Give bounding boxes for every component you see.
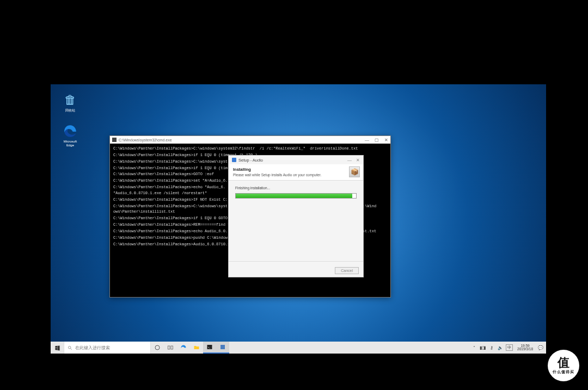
installer-dialog[interactable]: Setup - Audio — ✕ Installing Please wait… <box>228 155 364 277</box>
search-placeholder: 在此键入进行搜索 <box>75 345 110 351</box>
action-center-icon[interactable]: 💬 <box>537 345 544 350</box>
trash-icon: 🗑 <box>63 92 78 108</box>
installer-status: Finishing installation... <box>235 186 357 190</box>
volume-icon[interactable]: 🔈 <box>497 345 504 350</box>
edge-browser-icon[interactable]: Microsoft Edge <box>57 123 83 147</box>
network-icon[interactable]: ⚷ <box>488 345 495 350</box>
recycle-bin-label: 回收站 <box>57 109 83 113</box>
taskbar-buttons: >_ <box>151 342 229 354</box>
progress-fill <box>236 194 352 198</box>
cancel-button[interactable]: Cancel <box>335 267 359 274</box>
cortana-icon[interactable] <box>151 342 164 354</box>
installer-minimize-button[interactable]: — <box>347 158 352 163</box>
progress-bar <box>235 193 357 199</box>
cmd-titlebar[interactable]: C:\Windows\system32\cmd.exe — ▢ ✕ <box>110 136 390 144</box>
package-icon: 📦 <box>349 166 360 177</box>
svg-point-0 <box>69 346 71 349</box>
task-view-icon[interactable] <box>164 342 177 354</box>
svg-rect-3 <box>168 346 170 349</box>
svg-rect-4 <box>171 346 173 349</box>
edge-icon <box>63 123 78 139</box>
badge-char: 值 <box>558 357 569 369</box>
cmd-title: C:\Windows\system32\cmd.exe <box>119 138 172 142</box>
svg-text:>_: >_ <box>208 346 211 349</box>
cmd-line: C:\Windows\Panther\InstallPackages>C:\wi… <box>113 146 387 152</box>
svg-rect-7 <box>220 345 225 349</box>
installer-titlebar[interactable]: Setup - Audio — ✕ <box>229 156 363 164</box>
minimize-button[interactable]: — <box>365 138 369 143</box>
edge-label: Microsoft Edge <box>57 140 83 147</box>
badge-text: 什么值得买 <box>553 369 574 375</box>
battery-icon[interactable]: ▮◨ <box>480 345 486 350</box>
recycle-bin-icon[interactable]: 🗑 回收站 <box>57 92 83 113</box>
search-icon <box>68 345 72 350</box>
installer-close-button[interactable]: ✕ <box>356 158 360 163</box>
edge-taskbar-icon[interactable] <box>177 342 190 354</box>
installer-title: Setup - Audio <box>238 158 263 163</box>
installer-footer: Cancel <box>229 261 363 277</box>
taskbar: 在此键入进行搜索 >_ ˄ ▮◨ ⚷ 🔈 中 19:59 2019/3/18 💬 <box>51 342 546 354</box>
setup-icon <box>232 158 236 162</box>
desktop-screen: 🗑 回收站 Microsoft Edge C:\Windows\system32… <box>51 84 546 354</box>
tray-chevron-icon[interactable]: ˄ <box>471 345 477 350</box>
system-tray: ˄ ▮◨ ⚷ 🔈 中 19:59 2019/3/18 💬 <box>471 342 546 354</box>
search-input[interactable]: 在此键入进行搜索 <box>64 342 151 354</box>
clock[interactable]: 19:59 2019/3/18 <box>515 344 535 351</box>
explorer-taskbar-icon[interactable] <box>190 342 203 354</box>
installer-subheading: Please wait while Setup installs Audio o… <box>233 173 359 177</box>
cmd-taskbar-icon[interactable]: >_ <box>203 342 216 354</box>
svg-point-2 <box>155 345 160 350</box>
maximize-button[interactable]: ▢ <box>375 138 379 143</box>
installer-taskbar-icon[interactable] <box>216 342 229 354</box>
installer-body: Finishing installation... <box>229 181 363 261</box>
clock-date: 2019/3/18 <box>517 348 533 351</box>
installer-header: Installing Please wait while Setup insta… <box>229 164 363 181</box>
ime-indicator[interactable]: 中 <box>506 344 513 351</box>
svg-line-1 <box>71 348 72 349</box>
start-button[interactable] <box>51 342 64 354</box>
installer-heading: Installing <box>233 167 359 172</box>
windows-icon <box>54 345 60 351</box>
close-button[interactable]: ✕ <box>384 138 388 143</box>
terminal-icon <box>112 138 117 142</box>
watermark-badge: 值 什么值得买 <box>549 351 578 380</box>
